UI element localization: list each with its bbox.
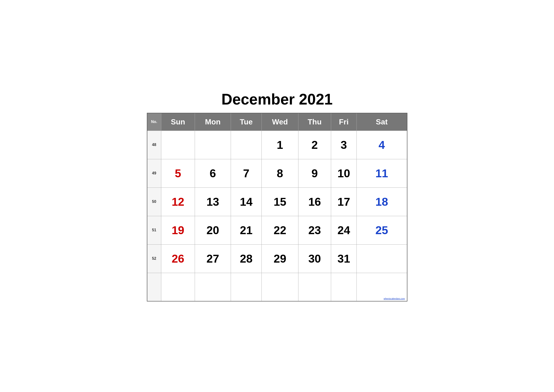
day-cell: 31 xyxy=(331,244,356,273)
empty-cell xyxy=(298,273,331,301)
day-cell: 21 xyxy=(231,216,262,244)
week-number: 52 xyxy=(147,244,161,273)
day-cell: 7 xyxy=(231,159,262,188)
empty-cell xyxy=(262,273,298,301)
day-cell: 5 xyxy=(161,159,195,188)
day-cell: 9 xyxy=(298,159,331,188)
week-row: 5119202122232425 xyxy=(147,216,407,244)
day-cell: 26 xyxy=(161,244,195,273)
day-cell: 20 xyxy=(195,216,231,244)
day-cell: 19 xyxy=(161,216,195,244)
week-number: 49 xyxy=(147,159,161,188)
empty-row: wheniscalendars.com xyxy=(147,273,407,301)
day-cell xyxy=(161,131,195,159)
day-cell: 29 xyxy=(262,244,298,273)
no-header: No. xyxy=(147,113,161,131)
calendar-table: No. Sun Mon Tue Wed Thu Fri Sat 48123449… xyxy=(147,113,407,302)
sun-header: Sun xyxy=(161,113,195,131)
empty-cell xyxy=(331,273,356,301)
day-cell: 14 xyxy=(231,188,262,216)
watermark-link[interactable]: wheniscalendars.com xyxy=(384,297,405,300)
empty-cell: wheniscalendars.com xyxy=(356,273,407,301)
day-cell: 22 xyxy=(262,216,298,244)
day-cell: 12 xyxy=(161,188,195,216)
week-row: 49567891011 xyxy=(147,159,407,188)
header-row: No. Sun Mon Tue Wed Thu Fri Sat xyxy=(147,113,407,131)
week-number: 51 xyxy=(147,216,161,244)
day-cell xyxy=(195,131,231,159)
day-cell: 4 xyxy=(356,131,407,159)
day-cell: 28 xyxy=(231,244,262,273)
sat-header: Sat xyxy=(356,113,407,131)
empty-cell xyxy=(161,273,195,301)
thu-header: Thu xyxy=(298,113,331,131)
calendar-container: December 2021 No. Sun Mon Tue Wed Thu Fr… xyxy=(147,91,407,302)
day-cell: 16 xyxy=(298,188,331,216)
week-row: 52262728293031 xyxy=(147,244,407,273)
day-cell: 2 xyxy=(298,131,331,159)
empty-cell xyxy=(231,273,262,301)
day-cell: 18 xyxy=(356,188,407,216)
day-cell: 17 xyxy=(331,188,356,216)
empty-cell xyxy=(195,273,231,301)
day-cell: 10 xyxy=(331,159,356,188)
day-cell: 24 xyxy=(331,216,356,244)
mon-header: Mon xyxy=(195,113,231,131)
day-cell: 3 xyxy=(331,131,356,159)
tue-header: Tue xyxy=(231,113,262,131)
day-cell: 15 xyxy=(262,188,298,216)
week-number-empty xyxy=(147,273,161,301)
wed-header: Wed xyxy=(262,113,298,131)
week-row: 481234 xyxy=(147,131,407,159)
calendar-title: December 2021 xyxy=(147,91,407,108)
day-cell: 25 xyxy=(356,216,407,244)
day-cell xyxy=(231,131,262,159)
day-cell: 11 xyxy=(356,159,407,188)
fri-header: Fri xyxy=(331,113,356,131)
week-row: 5012131415161718 xyxy=(147,188,407,216)
day-cell: 1 xyxy=(262,131,298,159)
week-number: 50 xyxy=(147,188,161,216)
week-number: 48 xyxy=(147,131,161,159)
day-cell: 27 xyxy=(195,244,231,273)
day-cell: 6 xyxy=(195,159,231,188)
day-cell: 13 xyxy=(195,188,231,216)
day-cell xyxy=(356,244,407,273)
day-cell: 8 xyxy=(262,159,298,188)
day-cell: 30 xyxy=(298,244,331,273)
day-cell: 23 xyxy=(298,216,331,244)
